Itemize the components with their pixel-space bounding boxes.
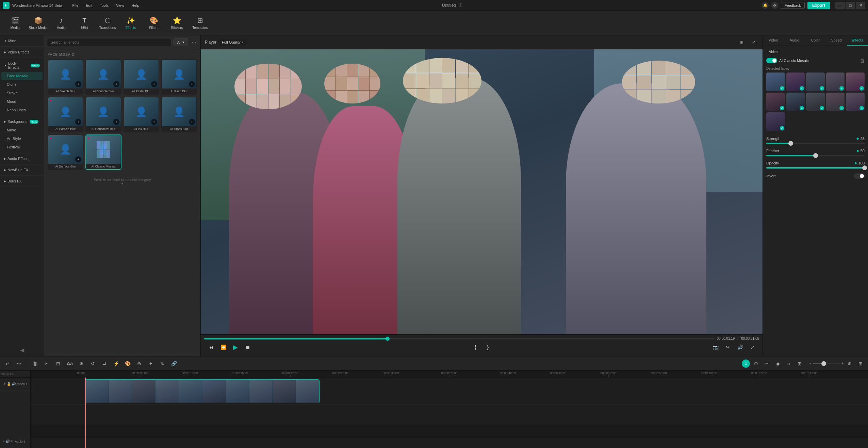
opacity-slider[interactable] [766, 167, 865, 169]
toolbar-templates[interactable]: ⊞ Templates [189, 12, 211, 34]
effect-ai-particle-blur[interactable]: 👤 ♥ ＋ AI Particle Blur [48, 97, 83, 132]
face-5[interactable]: ✓ [846, 73, 865, 91]
audio1-eye-button[interactable]: 👁 [10, 439, 14, 443]
effect-ai-scribble-blur[interactable]: 👤 ＋ AI Scribble Blur [85, 59, 121, 95]
keyframe-button[interactable]: ◆ [773, 359, 783, 368]
split-clip-button[interactable]: ✂ [42, 359, 51, 368]
audio1-audio-button[interactable]: 🔊 [5, 439, 10, 443]
settings-icon[interactable]: ⚙ [771, 2, 778, 9]
time-progress-bar[interactable] [204, 338, 714, 339]
export-button[interactable]: Export [807, 2, 830, 9]
feather-slider[interactable] [766, 155, 865, 156]
mark-out-button[interactable]: } [483, 342, 493, 352]
left-item-mood[interactable]: Mood [1, 97, 43, 106]
link-button[interactable]: 🔗 [169, 359, 179, 368]
opacity-keyframe-icon[interactable]: ◆ [854, 161, 857, 165]
toolbar-media[interactable]: 🎬 Media [4, 12, 26, 34]
preview-fullscreen-icon[interactable]: ⤢ [749, 37, 758, 47]
add-particle-blur-icon[interactable]: ＋ [75, 119, 81, 125]
color-button[interactable]: 🎨 [123, 359, 132, 368]
zoom-thumb[interactable] [821, 361, 826, 366]
close-button[interactable]: ✕ [856, 2, 865, 9]
feedback-button[interactable]: Feedback [781, 2, 805, 9]
toolbar-stickers[interactable]: ⭐ Stickers [166, 12, 188, 34]
fit-timeline-button[interactable]: ⊡ [10, 372, 13, 376]
left-item-mask[interactable]: Mask [1, 126, 43, 134]
add-ink-blur-icon[interactable]: ＋ [151, 119, 157, 125]
strength-thumb[interactable] [788, 141, 793, 146]
effect-ai-pastel-blur[interactable]: 👤 ＋ AI Pastel Blur [124, 59, 159, 95]
quality-selector[interactable]: Full Quality ▾ [219, 39, 246, 45]
tab-effects[interactable]: Effects [847, 35, 868, 46]
face-11[interactable]: ✓ [766, 112, 785, 131]
face-2[interactable]: ✓ [786, 73, 805, 91]
feather-keyframe-icon[interactable]: ◆ [856, 149, 859, 153]
crop-button[interactable]: ⊟ [53, 359, 63, 368]
section-audio-effects-header[interactable]: ▶ Audio Effects [0, 155, 44, 163]
snapshot-button[interactable]: 📷 [711, 342, 720, 352]
section-newblue-fx-header[interactable]: ▶ NewBlue FX [0, 166, 44, 174]
toolbar-stock-media[interactable]: 📦 Stock Media [27, 12, 49, 34]
add-horizontal-blur-icon[interactable]: ＋ [113, 119, 119, 125]
video1-lock-button[interactable]: 🔒 [7, 382, 11, 386]
effect-ai-ink-blur[interactable]: 👤 ＋ AI Ink Blur [124, 97, 159, 132]
time-thumb[interactable] [386, 337, 390, 341]
add-cross-blur-icon[interactable]: ＋ [189, 119, 195, 125]
add-media-button[interactable]: + [13, 372, 15, 376]
feather-thumb[interactable] [813, 153, 818, 158]
effect-ai-classic-mosaic[interactable]: 👤 ♥ AI Classic Mosaic [85, 134, 121, 170]
face-1[interactable]: ✓ [766, 73, 785, 91]
video1-audio-button[interactable]: 🔊 [12, 382, 16, 386]
maximize-button[interactable]: □ [846, 2, 855, 9]
speed-button[interactable]: ⚡ [111, 359, 121, 368]
effects-more-button[interactable]: ⋯ [190, 39, 198, 45]
left-item-face-mosaic[interactable]: Face Mosaic [1, 72, 43, 80]
toolbar-titles[interactable]: T Titles [73, 12, 95, 34]
left-item-clone[interactable]: Clone [1, 80, 43, 89]
toolbar-transitions[interactable]: ⬡ Transitions [97, 12, 118, 34]
skip-back-button[interactable]: ⏮ [206, 342, 216, 352]
section-background-header[interactable]: ▶ Background NEW [0, 117, 44, 126]
redo-button[interactable]: ↪ [14, 359, 24, 368]
magnet-button[interactable]: ⊙ [751, 359, 761, 368]
tab-video[interactable]: Video [763, 35, 784, 46]
face-7[interactable]: ✓ [786, 93, 805, 111]
strength-keyframe-icon[interactable]: ◆ [856, 137, 859, 140]
grid-view-button[interactable]: ⊞ [856, 359, 865, 368]
time-ruler[interactable]: 00:00 00:00:05:00 00:00:10:00 00:00:15:0… [31, 371, 868, 378]
section-body-effects-header[interactable]: ▼ Body Effects NEW [0, 59, 44, 71]
zoom-slider[interactable] [813, 363, 840, 364]
notifications-icon[interactable]: 🔔 [762, 2, 769, 9]
video-clip-1[interactable] [85, 379, 320, 403]
menu-help[interactable]: Help [128, 2, 143, 9]
volume-button[interactable]: 🔊 [735, 342, 745, 352]
frame-back-button[interactable]: ⏪ [218, 342, 228, 352]
face-8[interactable]: ✓ [806, 93, 825, 111]
mark-in-button[interactable]: { [471, 342, 480, 352]
link-clips-button[interactable]: ⊞ [795, 359, 804, 368]
left-item-stroke[interactable]: Stroke [1, 89, 43, 97]
stabilize-button[interactable]: ⊛ [134, 359, 144, 368]
rotate-button[interactable]: ↺ [88, 359, 98, 368]
face-3[interactable]: ✓ [806, 73, 825, 91]
collapse-left-panel[interactable]: ◀ [20, 347, 24, 353]
menu-edit[interactable]: Edit [82, 2, 96, 9]
left-item-festival[interactable]: Festival [1, 143, 43, 151]
toolbar-filters[interactable]: 🎨 Filters [143, 12, 165, 34]
search-input[interactable] [47, 38, 171, 46]
effect-ai-paint-blur[interactable]: 👤 ＋ AI Paint Blur [161, 59, 197, 95]
effect-ai-surface-blur[interactable]: 👤 ♥ ＋ AI Surface Blur [48, 134, 83, 170]
playhead[interactable] [85, 378, 86, 448]
invert-toggle[interactable] [854, 173, 865, 179]
toolbar-effects[interactable]: ✨ Effects [120, 12, 142, 34]
effect-enable-toggle[interactable] [766, 58, 777, 63]
filter-all-button[interactable]: All ▾ [174, 38, 188, 46]
opacity-thumb[interactable] [862, 165, 867, 170]
face-10[interactable]: ✓ [846, 93, 865, 111]
ripple-button[interactable]: ≈ [784, 359, 793, 368]
effect-ai-cross-blur[interactable]: 👤 ＋ AI Cross Blur [161, 97, 197, 132]
strength-slider[interactable] [766, 143, 865, 144]
freeze-button[interactable]: ❄ [77, 359, 86, 368]
mirror-button[interactable]: ⇄ [100, 359, 109, 368]
expand-button[interactable]: ⤢ [748, 342, 757, 352]
